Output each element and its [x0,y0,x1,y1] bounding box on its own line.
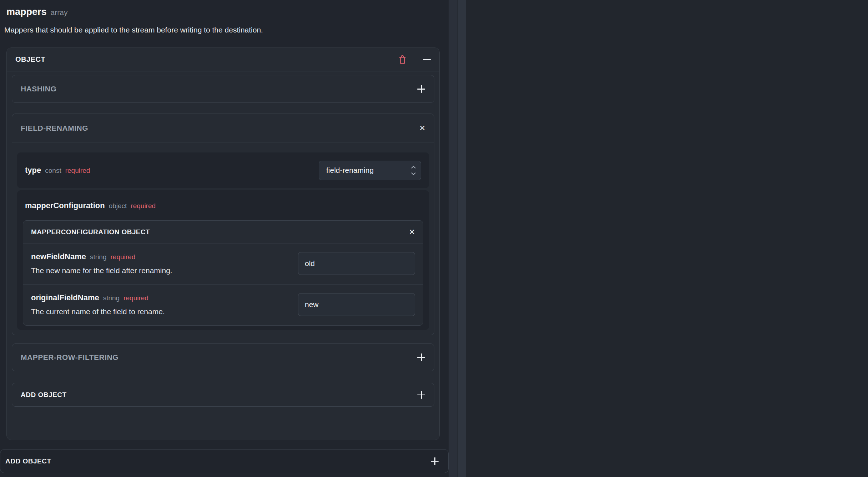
prop-name: mapperConfiguration [25,201,105,210]
field-description: The new name for the field after renamin… [31,266,289,275]
schema-panel: mappers array Mappers that should be app… [0,0,448,477]
mapper-configuration-object-title: MAPPERCONFIGURATION OBJECT [31,228,150,236]
field-row-text: originalFieldName string required The cu… [31,293,289,316]
field-prop-line: newFieldName string required [31,252,289,261]
add-object-button[interactable]: ADD OBJECT [12,383,434,407]
mapper-configuration-object-card: MAPPERCONFIGURATION OBJECT ✕ newFieldNam… [23,220,423,326]
field-renaming-label: FIELD-RENAMING [21,124,88,132]
panel-scrollbar-thumb[interactable] [458,0,466,477]
add-object-label: ADD OBJECT [21,391,67,399]
prop-name: newFieldName [31,252,86,261]
close-icon[interactable]: ✕ [419,124,425,132]
field-heading: mappers array [6,6,67,17]
field-row-newFieldName: newFieldName string required The new nam… [23,243,423,284]
newFieldName-input[interactable] [298,252,415,275]
plus-icon[interactable] [417,85,425,93]
stepper-icon [412,166,415,175]
type-prop-line: type const required [25,166,90,175]
section-field-renaming: FIELD-RENAMING ✕ type const required fie… [12,114,434,335]
collapse-minus-icon[interactable] [423,59,431,60]
add-object-bottom-button[interactable]: ADD OBJECT [0,449,449,473]
section-hashing[interactable]: HASHING [12,75,434,103]
plus-icon[interactable] [417,353,425,362]
field-name: mappers [6,6,47,17]
section-mapper-row-filtering-label: MAPPER-ROW-FILTERING [21,353,118,362]
field-renaming-header: FIELD-RENAMING ✕ [12,114,434,142]
field-prop-line: originalFieldName string required [31,293,289,302]
close-icon[interactable]: ✕ [409,228,415,236]
mapper-configuration-object-header: MAPPERCONFIGURATION OBJECT ✕ [23,221,423,243]
section-hashing-label: HASHING [21,85,56,93]
object-card-actions [398,54,431,65]
mapper-configuration-panel: mapperConfiguration object required MAPP… [17,190,429,330]
prop-kind: string [90,253,106,261]
field-row-originalFieldName: originalFieldName string required The cu… [23,284,423,325]
prop-kind: string [103,294,120,302]
field-renaming-body: type const required field-renaming [12,142,434,335]
mapper-configuration-prop-line: mapperConfiguration object required [23,201,423,220]
prop-name: originalFieldName [31,293,99,302]
trash-icon[interactable] [398,54,407,65]
request-column: CURL REQUEST EXAMPLES 1curl --request PA… [466,0,868,477]
panel-scrollbar-track[interactable] [449,0,457,477]
prop-required-badge: required [111,253,136,261]
object-card-title: OBJECT [15,55,45,64]
prop-kind: object [109,202,127,210]
prop-required-badge: required [65,167,90,175]
plus-icon[interactable] [417,391,425,399]
plus-icon[interactable] [430,457,439,466]
field-type-badge: array [51,8,68,17]
field-description: The current name of the field to rename. [31,307,289,316]
field-description: Mappers that should be applied to the st… [4,26,263,34]
type-select[interactable]: field-renaming [319,161,421,180]
prop-kind: const [45,167,61,175]
object-card-header: OBJECT [7,48,439,71]
prop-name: type [25,166,41,175]
prop-required-badge: required [123,294,148,302]
originalFieldName-input[interactable] [298,293,415,316]
object-card: OBJECT HASHING FIELD-RENAMING ✕ [6,47,440,440]
add-object-label: ADD OBJECT [5,457,51,465]
field-row-text: newFieldName string required The new nam… [31,252,289,275]
type-row: type const required field-renaming [17,152,429,188]
prop-required-badge: required [131,202,156,210]
type-select-value: field-renaming [326,166,374,175]
section-mapper-row-filtering[interactable]: MAPPER-ROW-FILTERING [12,343,434,371]
